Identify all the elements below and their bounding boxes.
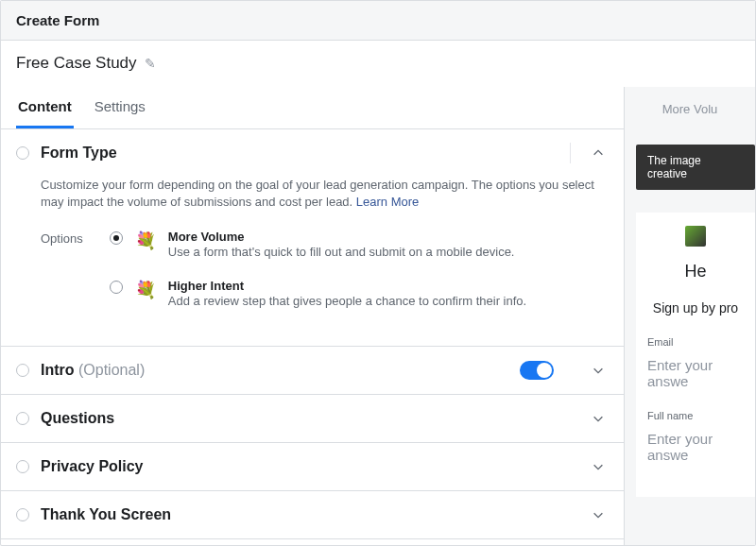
divider	[570, 143, 571, 163]
section-thank-you: Thank You Screen	[1, 491, 624, 539]
preview-sub: Sign up by pro	[647, 300, 744, 316]
field-label: Email	[647, 336, 744, 348]
preview-tooltip: The image creative	[636, 145, 755, 190]
bouquet-icon: 💐	[134, 279, 157, 301]
status-dot-icon	[16, 146, 29, 160]
avatar	[685, 226, 706, 247]
radio-higher-intent[interactable]	[110, 281, 123, 294]
form-type-description: Customize your form depending on the goa…	[41, 177, 609, 211]
tab-content[interactable]: Content	[16, 87, 74, 128]
option-title: Higher Intent	[168, 279, 526, 293]
tabs: Content Settings	[1, 87, 624, 129]
field-placeholder[interactable]: Enter your answe	[647, 357, 744, 389]
option-sub: Add a review step that gives people a ch…	[168, 293, 526, 310]
section-head-form-type[interactable]: Form Type	[1, 129, 624, 177]
tab-settings[interactable]: Settings	[93, 87, 147, 128]
status-dot-icon	[16, 508, 29, 521]
chevron-down-icon[interactable]	[588, 408, 609, 429]
status-dot-icon	[16, 364, 29, 377]
section-privacy-policy: Privacy Policy	[1, 443, 624, 491]
section-head-questions[interactable]: Questions	[1, 395, 624, 442]
option-higher-intent[interactable]: 💐 Higher Intent Add a review step that g…	[110, 279, 609, 310]
section-title-form-type: Form Type	[41, 145, 553, 162]
section-title-privacy: Privacy Policy	[41, 458, 576, 475]
section-intro: Intro (Optional)	[1, 347, 624, 395]
preview-field-email: Email Enter your answe	[647, 336, 744, 389]
preview-panel: More Volu The image creative He Sign up …	[625, 87, 755, 545]
options-label: Options	[41, 230, 83, 326]
edit-name-icon[interactable]: ✎	[145, 56, 156, 71]
field-label: Full name	[647, 410, 744, 421]
modal-title: Create Form	[16, 12, 99, 28]
section-title-thankyou: Thank You Screen	[41, 506, 576, 523]
chevron-down-icon[interactable]	[588, 456, 609, 477]
left-panel: Content Settings Form Type Customize you…	[1, 87, 625, 545]
section-head-thankyou[interactable]: Thank You Screen	[1, 491, 624, 538]
chevron-up-icon[interactable]	[588, 143, 609, 163]
status-dot-icon	[16, 460, 29, 473]
section-title-questions: Questions	[41, 410, 576, 427]
bouquet-icon: 💐	[134, 230, 157, 252]
preview-headline: He	[647, 262, 744, 282]
preview-field-fullname: Full name Enter your answe	[647, 410, 744, 463]
learn-more-link[interactable]: Learn More	[356, 195, 419, 209]
preview-card: He Sign up by pro Email Enter your answe…	[636, 213, 755, 497]
section-title-intro: Intro (Optional)	[41, 362, 508, 379]
modal-header: Create Form	[1, 1, 755, 41]
field-placeholder[interactable]: Enter your answe	[647, 431, 744, 463]
section-questions: Questions	[1, 395, 624, 443]
option-title: More Volume	[168, 230, 515, 244]
create-form-modal: Create Form Free Case Study ✎ Content Se…	[0, 0, 756, 546]
section-head-privacy[interactable]: Privacy Policy	[1, 443, 624, 490]
option-sub: Use a form that's quick to fill out and …	[168, 244, 515, 261]
form-name: Free Case Study	[16, 54, 137, 73]
section-form-type: Form Type Customize your form depending …	[1, 129, 624, 347]
intro-toggle[interactable]	[520, 361, 554, 380]
option-more-volume[interactable]: 💐 More Volume Use a form that's quick to…	[110, 230, 609, 261]
radio-more-volume[interactable]	[110, 231, 123, 245]
section-head-intro[interactable]: Intro (Optional)	[1, 347, 624, 394]
form-name-row: Free Case Study ✎	[1, 41, 755, 87]
chevron-down-icon[interactable]	[588, 504, 609, 525]
chevron-down-icon[interactable]	[588, 360, 609, 381]
preview-tab[interactable]: More Volu	[625, 87, 755, 145]
status-dot-icon	[16, 412, 29, 425]
